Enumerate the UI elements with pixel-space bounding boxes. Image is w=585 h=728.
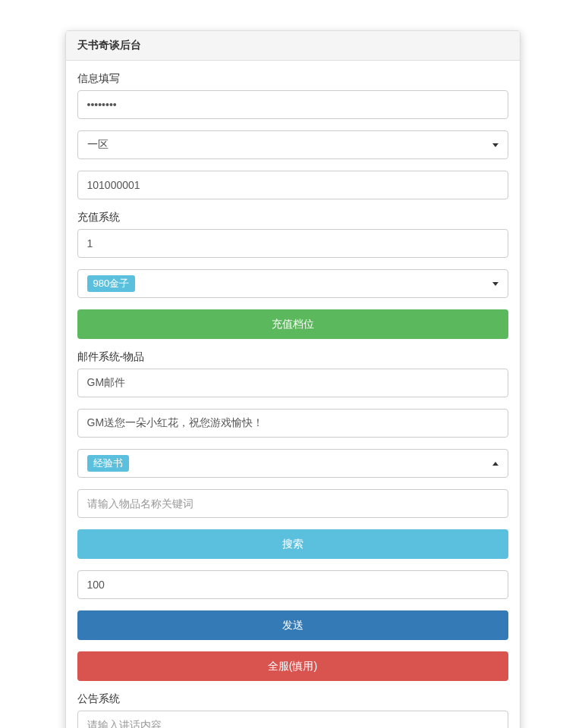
info-section-label: 信息填写 [77,72,508,86]
mail-broadcast-button[interactable]: 全服(慎用) [77,651,508,681]
recharge-quantity-input[interactable] [77,229,508,258]
zone-select[interactable]: 一区 [77,130,508,159]
announce-input[interactable] [77,711,508,728]
mail-body-input[interactable] [77,409,508,438]
mail-send-button[interactable]: 发送 [77,610,508,640]
mail-section-label: 邮件系统-物品 [77,350,508,364]
caret-down-icon [492,143,499,147]
recharge-tier-select[interactable]: 980金子 [77,269,508,298]
mail-search-input[interactable] [77,489,508,518]
recharge-section-label: 充值系统 [77,211,508,224]
recharge-submit-button[interactable]: 充值档位 [77,309,508,339]
mail-item-select[interactable]: 经验书 [77,449,508,478]
mail-title-input[interactable] [77,369,508,397]
mail-item-tag: 经验书 [87,455,129,472]
recharge-tier-tag: 980金子 [87,275,136,292]
zone-selected-value: 一区 [87,136,109,153]
mail-amount-input[interactable] [77,570,508,599]
caret-down-icon [492,282,499,286]
mail-search-button[interactable]: 搜索 [77,529,508,559]
announce-section-label: 公告系统 [77,692,508,706]
panel-title: 天书奇谈后台 [66,31,520,61]
player-id-input[interactable] [77,171,508,199]
caret-up-icon [492,462,499,466]
password-input[interactable] [77,90,508,119]
admin-panel: 天书奇谈后台 信息填写 一区 充值系统 980金子 充值档位 邮件系统-物品 经… [65,30,521,728]
panel-body: 信息填写 一区 充值系统 980金子 充值档位 邮件系统-物品 经验书 搜索 发… [66,61,520,728]
